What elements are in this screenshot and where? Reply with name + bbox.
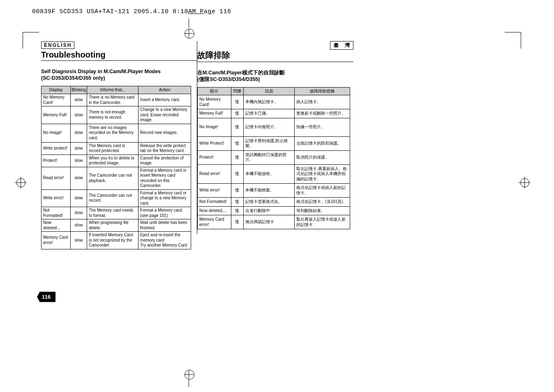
cell: Read error!: [42, 167, 71, 189]
subsection-title-right: 在M.Cam/M.Player模式下的自我診斷 (僅限SC-D353/D354/…: [197, 69, 353, 83]
table-row: Memory Full!慢記憶卡已滿。更換新卡或刪除一些照片。: [198, 109, 350, 118]
section-title-right: 故障排除: [197, 50, 353, 62]
language-label-english: ENGLISH: [41, 42, 74, 49]
crop-mark-bottom-icon: [183, 370, 195, 386]
cell: 本機內無記憶卡。: [244, 95, 295, 109]
cell: Write error!: [42, 189, 71, 207]
table-row: Protect!slowWhen you try to delete to pr…: [42, 154, 191, 167]
th-action-zh: 故障排除措施: [295, 87, 350, 95]
cell: Memory Full!: [198, 109, 231, 118]
cell: Not Formatted!: [198, 198, 231, 207]
sub-line1-left: Self Diagnosis Display in M.Cam/M.Player…: [41, 69, 161, 74]
cell: The Memory card is record protected.: [87, 142, 138, 154]
center-divider: [197, 41, 197, 234]
table-row: Read error!慢本機不能放映。取出記憶卡,再重新插入。格式化記憶卡或插入…: [198, 164, 350, 184]
cell: 本機不能放映。: [244, 164, 295, 184]
corner-mark-tl-icon: [23, 32, 39, 32]
th-informs: Informs that...: [87, 86, 138, 94]
th-action: Action: [138, 86, 191, 94]
registration-mark-right-icon: [519, 177, 530, 188]
cell: slow: [70, 142, 87, 154]
table-row: Protect!慢當試圖刪掉已保護的照片。取消照片的保護。: [198, 150, 350, 164]
cell: 在進行刪除中: [244, 206, 295, 215]
cell: Protect!: [198, 150, 231, 164]
table-row: Write error!慢本機不能燒製。格式化記憶卡或插入新的記憶卡。: [198, 184, 350, 198]
cell: 慢: [231, 164, 244, 184]
registration-mark-left-icon: [15, 177, 26, 188]
sub-line2-right: (僅限SC-D353/D354/D355): [197, 76, 260, 82]
th-informs-zh: 訊息: [244, 87, 295, 95]
cell: Cancel the protection of image.: [138, 154, 191, 167]
crop-mark-top-icon: [183, 18, 195, 35]
cell: Write error!: [198, 184, 231, 198]
cell: 慢: [231, 118, 244, 136]
cell: 拍攝一些照片。: [295, 118, 350, 136]
cell: 取出再放入記憶卡或放入新的記憶卡: [295, 215, 350, 229]
cell: slow: [70, 154, 87, 167]
table-row: Memory Card error!慢無法辨認記憶卡取出再放入記憶卡或放入新的記…: [198, 215, 350, 229]
cell: No Image!: [198, 118, 231, 136]
cell: There is not enough memory to record.: [87, 106, 138, 124]
language-label-chinese: 臺 灣: [330, 41, 353, 50]
cell: 等到刪除結束。: [295, 206, 350, 215]
file-suffix: e 116: [212, 8, 231, 15]
diagnosis-table-english: Display Blinking Informs that... Action …: [41, 86, 191, 249]
file-u2: g: [208, 8, 212, 15]
cell: 慢: [231, 198, 244, 207]
cell: slow: [70, 189, 87, 207]
cell: 當試圖刪掉已保護的照片。: [244, 150, 295, 164]
cell: Protect!: [42, 154, 71, 167]
cell: 記憶卡內無照片。: [244, 118, 295, 136]
cell: Memory Card error!: [198, 215, 231, 229]
cell: When you try to delete to protected imag…: [87, 154, 138, 167]
cell: Record new images.: [138, 124, 191, 142]
cell: 慢: [231, 109, 244, 118]
file-header-line: 00839F SCD353 USA+TAI~121 2005.4.10 8:18…: [32, 8, 231, 15]
table-row: Write error!slowThe Camcorder can not re…: [42, 189, 191, 207]
file-mid: a: [204, 8, 208, 15]
cell: 本機不能燒製。: [244, 184, 295, 198]
cell: Memory Card error!: [42, 232, 71, 249]
table-row: Memory Full!slowThere is not enough memo…: [42, 106, 191, 124]
table-row: Write Protect!慢記憶卡受到保護,防止燒製。去除記憶卡的防寫保護。: [198, 136, 350, 150]
file-u1: AM P: [188, 8, 204, 15]
cell: No Memory Card!: [42, 94, 71, 106]
file-prefix: 00839F SCD353 USA+TAI~121 2005.4.10 8:18: [32, 8, 188, 15]
cell: Format a Memory card or change to a new …: [138, 189, 191, 207]
th-display: Display: [42, 86, 71, 94]
sub-line2-left: (SC-D353/D354/D355 only): [41, 75, 105, 81]
cell: 無法辨認記憶卡: [244, 215, 295, 229]
cell: slow: [70, 124, 87, 142]
cell: 取消照片的保護。: [295, 150, 350, 164]
cell: Format a Memory card or insert Memory ca…: [138, 167, 191, 189]
cell: Format a Memory card. (see page 101): [138, 207, 191, 219]
table-row: Not Formatted!slowThe Memory card needs …: [42, 207, 191, 219]
cell: Write protect!: [42, 142, 71, 154]
cell: Write Protect!: [198, 136, 231, 150]
cell: 更換新卡或刪除一些照片。: [295, 109, 350, 118]
cell: There is no Memory card in the Camcorder…: [87, 94, 138, 106]
cell: Insert a Memory card.: [138, 94, 191, 106]
cell: Read error!: [198, 164, 231, 184]
corner-mark-tr-icon: [505, 32, 521, 32]
cell: Release the write protect tab on the Mem…: [138, 142, 191, 154]
table-row: Read error!slowThe Camcorder can not pla…: [42, 167, 191, 189]
cell: Change to a new Memory card. Erase recor…: [138, 106, 191, 124]
cell: 去除記憶卡的防寫保護。: [295, 136, 350, 150]
subsection-title-left: Self Diagnosis Display in M.Cam/M.Player…: [41, 68, 197, 82]
cell: Wait until delete has been finished.: [138, 219, 191, 232]
page-number-badge: 116: [37, 292, 55, 302]
cell: Not Formatted!: [42, 207, 71, 219]
cell: The Camcorder can not record.: [87, 189, 138, 207]
cell: slow: [70, 232, 87, 249]
cell: 取出記憶卡,再重新插入。格式化記憶卡或插入本機所拍攝的記憶卡。: [295, 164, 350, 184]
cell: The Memory card needs to format.: [87, 207, 138, 219]
table-row: Now deleted...slowWhen progressing file …: [42, 219, 191, 232]
table-row: Memory Card error!slowIf inserted Memory…: [42, 232, 191, 249]
cell: 記憶卡受到保護,防止燒製。: [244, 136, 295, 150]
cell: 格式化記憶卡。(見101頁): [295, 198, 350, 207]
sub-line1-right: 在M.Cam/M.Player模式下的自我診斷: [197, 70, 285, 76]
table-row: No Image!慢記憶卡內無照片。拍攝一些照片。: [198, 118, 350, 136]
table-row: No Memory Card!slowThere is no Memory ca…: [42, 94, 191, 106]
cell: There are no images recorded on the Memo…: [87, 124, 138, 142]
